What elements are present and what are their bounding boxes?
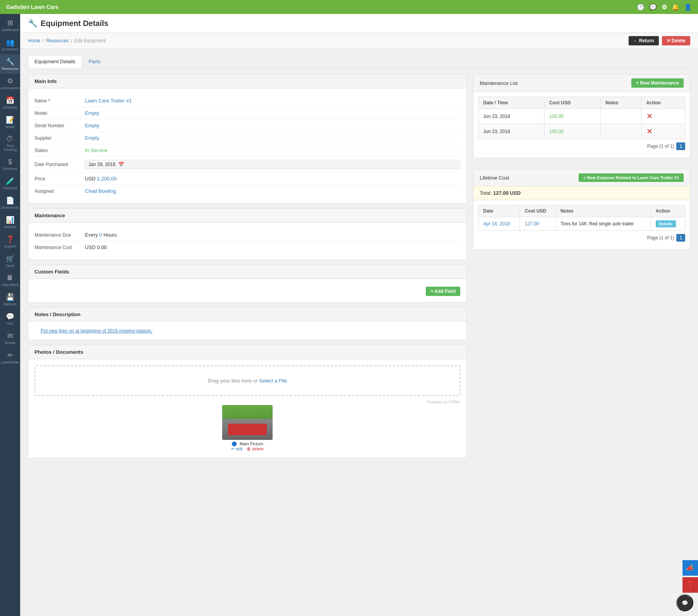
sidebar-item-finances[interactable]: $ Finances xyxy=(0,155,20,174)
custom-fields-section: Custom Fields + Add Field xyxy=(28,265,467,303)
notes-header: Notes / Description xyxy=(28,308,466,322)
row1-notes xyxy=(601,109,641,124)
maintenance-section: Maintenance Maintenance Due Every 0 Hour… xyxy=(28,208,467,260)
notes-text[interactable]: Put new tires on at beginning of 2019 mo… xyxy=(35,325,159,337)
dashboard-icon: ⊞ xyxy=(7,19,13,27)
tabs: Equipment Details Parts xyxy=(28,55,690,68)
sidebar-item-backups[interactable]: 💾 Backups xyxy=(0,290,20,309)
megaphone-button[interactable]: 📣 xyxy=(682,560,698,576)
dropzone[interactable]: Drag your files here or Select a File xyxy=(35,365,460,396)
clock-icon[interactable]: 🕐 xyxy=(637,3,644,11)
main-info-body: Name * Lawn Care Trailer #1 Model Empty … xyxy=(28,88,466,203)
sidebar-item-dashboard[interactable]: ⊞ Dashboard xyxy=(0,16,20,35)
add-field-button[interactable]: + Add Field xyxy=(426,287,460,296)
field-model: Model Empty xyxy=(35,107,460,119)
col-datetime: Date / Time xyxy=(479,97,544,109)
main-info-header: Main Info xyxy=(28,74,466,88)
sidebar-item-resources[interactable]: 🔧 Resources xyxy=(0,54,20,74)
lc-col-action: Action xyxy=(651,205,685,217)
maintenance-list-body: Date / Time Cost USD Notes Action Jun 23… xyxy=(473,92,690,158)
sidebar-item-notes[interactable]: 📝 Notes xyxy=(0,112,20,132)
chat-float-button[interactable]: 💬 xyxy=(676,594,693,611)
maintenance-list-header: Maintenance List + New Maintenance xyxy=(473,74,690,92)
support-icon: ❓ xyxy=(6,235,14,244)
lifetime-cost-header: Lifetime Cost + New Expense Related to L… xyxy=(473,170,690,186)
delete-button[interactable]: ✕ Delete xyxy=(662,36,690,45)
sidebar-item-schedule[interactable]: 📅 Schedule xyxy=(0,93,20,112)
col-action: Action xyxy=(641,97,685,109)
tab-equipment-details[interactable]: Equipment Details xyxy=(28,55,82,68)
sidebar-item-text[interactable]: 💬 Text xyxy=(0,309,20,329)
notes-section: Notes / Description Put new tires on at … xyxy=(28,307,467,340)
sidebar-item-lawnbidder[interactable]: ✏ LawnBidder xyxy=(0,348,20,367)
action-bar: Home / Resources / Edit Equipment ← Retu… xyxy=(20,33,698,49)
lc-row1-date[interactable]: Apr 18, 2018 xyxy=(483,221,510,227)
return-button[interactable]: ← Return xyxy=(629,36,659,45)
status-link[interactable]: In Service xyxy=(85,147,107,153)
col-cost-usd: Cost USD xyxy=(544,97,601,109)
calculators-icon: 🖩 xyxy=(7,274,14,282)
row2-delete-button[interactable]: ✕ xyxy=(646,128,652,135)
row1-delete-button[interactable]: ✕ xyxy=(646,112,652,120)
breadcrumb-resources[interactable]: Resources xyxy=(46,38,68,43)
calendar-icon: 📅 xyxy=(118,162,124,167)
table-row: Apr 18, 2018 127.00 Tires for 14ft. Red … xyxy=(479,217,685,231)
bell-icon[interactable]: 🔔 xyxy=(672,3,679,11)
gear-icon[interactable]: ⚙ xyxy=(662,3,667,11)
photos-section: Photos / Documents Drag your files here … xyxy=(28,345,467,458)
notes-body: Put new tires on at beginning of 2019 mo… xyxy=(28,322,466,340)
date-purchased-input[interactable]: Jan 29, 2018 📅 xyxy=(85,160,460,169)
sidebar-item-email[interactable]: ✉ Emails xyxy=(0,329,20,348)
app-title: Gadsden Lawn Care xyxy=(6,4,59,10)
new-maintenance-button[interactable]: + New Maintenance xyxy=(631,78,684,88)
equipment-icon: 🔧 xyxy=(28,19,38,28)
sidebar-item-support[interactable]: ❓ Support xyxy=(0,232,20,251)
serial-link[interactable]: Empty xyxy=(85,123,99,128)
lc-col-cost: Cost USD xyxy=(520,205,556,217)
row2-notes xyxy=(601,124,641,139)
maintenance-hours-link[interactable]: 0 xyxy=(99,232,102,238)
new-expense-button[interactable]: + New Expense Related to Lawn Care Trail… xyxy=(579,173,684,182)
sidebar-item-store[interactable]: 🛒 Store xyxy=(0,251,20,271)
lifetime-cost-table: Date Cost USD Notes Action Apr 18, 2018 xyxy=(478,205,685,231)
sidebar: ⊞ Dashboard 👥 Customers 🔧 Resources ⚙ Au… xyxy=(0,14,20,616)
lifetime-cost-pagination: Page (1 of 1) 1 xyxy=(478,231,685,245)
photo-delete-link[interactable]: 🗑 delete xyxy=(247,446,264,452)
breadcrumb-home[interactable]: Home xyxy=(28,38,40,43)
sidebar-item-time-tracking[interactable]: ⏱ Time Tracking xyxy=(0,132,20,155)
chat-icon[interactable]: 💬 xyxy=(649,3,657,11)
user-icon[interactable]: 👤 xyxy=(684,3,692,11)
sidebar-item-customers[interactable]: 👥 Customers xyxy=(0,35,20,54)
select-file-link[interactable]: Select a File xyxy=(259,378,287,384)
col-notes: Notes xyxy=(601,97,641,109)
custom-fields-body: + Add Field xyxy=(28,279,466,302)
sidebar-item-calculators[interactable]: 🖩 Calculators xyxy=(0,271,20,290)
lawnbidder-icon: ✏ xyxy=(7,351,13,360)
lc-col-date: Date xyxy=(479,205,520,217)
automations-icon: ⚙ xyxy=(7,77,13,85)
photo-label: 🔵 Main Picture xyxy=(232,441,263,446)
tab-parts[interactable]: Parts xyxy=(82,55,107,67)
store-icon: 🛒 xyxy=(6,254,14,263)
sidebar-item-reports[interactable]: 📊 Reports xyxy=(0,213,20,232)
lc-page-1-button[interactable]: 1 xyxy=(676,234,685,242)
maintenance-page-1-button[interactable]: 1 xyxy=(676,142,685,150)
schedule-icon: 📅 xyxy=(6,96,14,105)
reports-icon: 📊 xyxy=(6,216,14,224)
supplier-link[interactable]: Empty xyxy=(85,135,99,141)
two-col-layout: Main Info Name * Lawn Care Trailer #1 Mo… xyxy=(28,74,690,463)
name-link[interactable]: Lawn Care Trailer #1 xyxy=(85,98,132,104)
sidebar-item-documents[interactable]: 📄 Documents xyxy=(0,193,20,213)
main-picture-radio[interactable]: 🔵 xyxy=(232,441,237,446)
help-button[interactable]: ❓ xyxy=(682,577,698,593)
assigned-link[interactable]: Chad Bowling xyxy=(85,188,116,194)
sidebar-item-automations[interactable]: ⚙ Automations xyxy=(0,74,20,93)
row2-cost: 100.00 xyxy=(544,124,601,139)
email-icon: ✉ xyxy=(7,332,13,340)
lc-row1-cost[interactable]: 127.00 xyxy=(525,221,539,227)
details-button[interactable]: Details xyxy=(656,220,676,227)
sidebar-item-chemical[interactable]: 🧪 Chemical xyxy=(0,174,20,193)
breadcrumb-current: Edit Equipment xyxy=(74,38,106,43)
photo-edit-link[interactable]: ✏ edit xyxy=(231,446,243,452)
model-link[interactable]: Empty xyxy=(85,110,99,116)
